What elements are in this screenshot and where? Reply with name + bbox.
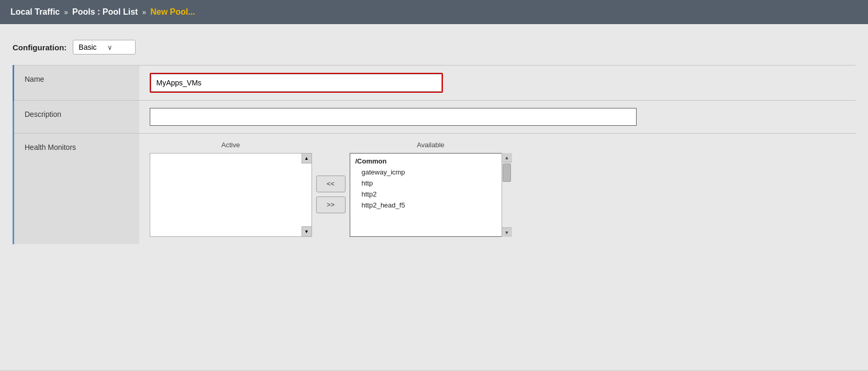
form-table: Name Description Health Monitors Active xyxy=(13,65,855,244)
scroll-track xyxy=(502,162,512,227)
health-monitors-row: Health Monitors Active ▲ ▼ xyxy=(14,134,856,245)
name-label: Name xyxy=(14,66,139,101)
breadcrumb-chevron-1: » xyxy=(64,8,68,16)
transfer-buttons: << >> xyxy=(316,176,346,213)
active-listbox-wrapper: ▲ ▼ xyxy=(150,153,312,237)
name-field-cell xyxy=(139,66,856,101)
available-scroll-down[interactable]: ▼ xyxy=(502,227,512,237)
transfer-right-button[interactable]: >> xyxy=(316,197,346,213)
name-input-highlight xyxy=(150,73,443,93)
available-listbox-wrapper: /Common gateway_icmp http http2 http2_he… xyxy=(350,153,512,237)
breadcrumb-pools-list: Pools : Pool List xyxy=(72,7,138,17)
available-column: Available /Common gateway_icmp http http… xyxy=(350,141,512,237)
scroll-handle[interactable] xyxy=(503,163,511,182)
configuration-select-value: Basic xyxy=(79,43,96,51)
active-listbox[interactable]: ▲ ▼ xyxy=(150,153,312,237)
available-listbox[interactable]: /Common gateway_icmp http http2 http2_he… xyxy=(350,154,511,237)
description-row: Description xyxy=(14,101,856,134)
name-input[interactable] xyxy=(151,74,442,92)
configuration-select[interactable]: Basic ∨ xyxy=(73,40,136,54)
active-scroll-up[interactable]: ▲ xyxy=(302,153,312,163)
breadcrumb-new-pool: New Pool... xyxy=(150,7,195,17)
name-row: Name xyxy=(14,66,856,101)
configuration-label: Configuration: xyxy=(13,43,66,52)
active-column: Active ▲ ▼ xyxy=(150,141,312,237)
available-scrollbar: ▲ ▼ xyxy=(502,153,512,237)
transfer-left-button[interactable]: << xyxy=(316,176,346,192)
active-scroll-down[interactable]: ▼ xyxy=(302,226,312,237)
list-item[interactable]: /Common xyxy=(350,156,511,167)
description-field-cell xyxy=(139,101,856,134)
list-item[interactable]: http2_head_f5 xyxy=(350,200,511,211)
list-item[interactable]: gateway_icmp xyxy=(350,167,511,178)
active-column-label: Active xyxy=(221,141,240,149)
description-input[interactable] xyxy=(150,108,637,126)
list-item[interactable]: http xyxy=(350,178,511,189)
main-content: Configuration: Basic ∨ Name Description … xyxy=(0,24,868,370)
breadcrumb-local-traffic: Local Traffic xyxy=(10,7,60,17)
health-monitors-container: Active ▲ ▼ << xyxy=(150,141,845,237)
configuration-row: Configuration: Basic ∨ xyxy=(13,40,855,54)
health-monitors-cell: Active ▲ ▼ << xyxy=(139,134,856,245)
description-label: Description xyxy=(14,101,139,134)
chevron-down-icon: ∨ xyxy=(107,43,113,51)
available-scroll-up[interactable]: ▲ xyxy=(502,153,512,162)
breadcrumb-chevron-2: » xyxy=(142,8,146,16)
available-column-label: Available xyxy=(417,141,444,149)
breadcrumb-bar: Local Traffic » Pools : Pool List » New … xyxy=(0,0,868,24)
health-monitors-label: Health Monitors xyxy=(14,134,139,245)
list-item[interactable]: http2 xyxy=(350,189,511,200)
